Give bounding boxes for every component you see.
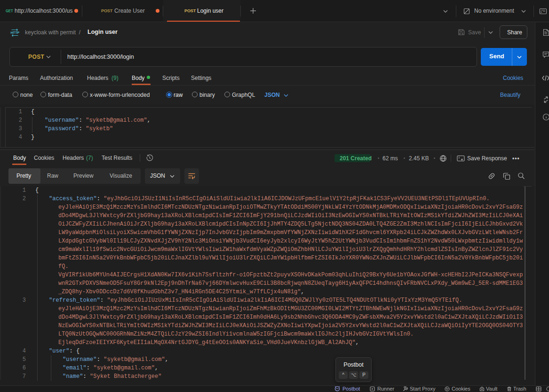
- svg-text:x: x: [541, 10, 542, 14]
- svg-text:HTTP: HTTP: [11, 31, 20, 35]
